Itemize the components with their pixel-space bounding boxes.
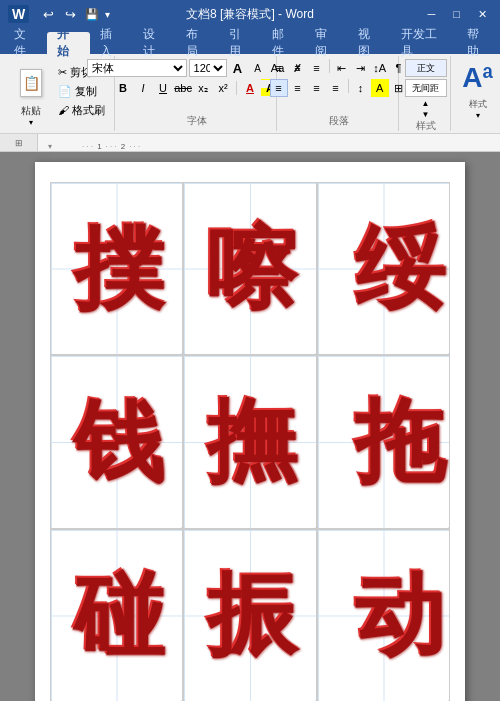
char-5: 撫 xyxy=(206,397,294,487)
font-format-row: B I U abc x₂ x² A A xyxy=(114,79,279,97)
char-cell-5: 撫 xyxy=(183,355,316,528)
italic-button[interactable]: I xyxy=(134,79,152,97)
title-bar: W ↩ ↪ 💾 ▾ 文档8 [兼容模式] - Word ─ □ ✕ xyxy=(0,0,500,28)
editing-label: 样式 xyxy=(469,98,487,111)
char-1: 撲 xyxy=(73,224,161,314)
char-cell-4: 钱 xyxy=(50,355,183,528)
align-center-button[interactable]: ≡ xyxy=(289,79,307,97)
justify-button[interactable]: ≡ xyxy=(327,79,345,97)
char-3: 绥 xyxy=(354,224,442,314)
increase-font-button[interactable]: A xyxy=(229,59,247,77)
tab-mailings[interactable]: 邮件 xyxy=(262,32,305,54)
expand-editing-icon[interactable]: ▾ xyxy=(476,111,480,120)
scroll-down-button[interactable]: ▼ xyxy=(405,110,447,119)
decrease-font-button[interactable]: A xyxy=(249,59,267,77)
char-8: 振 xyxy=(206,570,294,660)
maximize-btn[interactable]: □ xyxy=(448,6,465,22)
close-btn[interactable]: ✕ xyxy=(473,6,492,23)
char-6: 拖 xyxy=(354,397,442,487)
ruler-corner[interactable]: ⊞ xyxy=(0,134,38,152)
no-spacing-style-button[interactable]: 无间距 xyxy=(405,79,447,97)
char-2: 嚓 xyxy=(206,224,294,314)
tab-references[interactable]: 引用 xyxy=(219,32,262,54)
styles-group-label: 样式 xyxy=(416,119,436,133)
show-marks-button[interactable]: ¶ xyxy=(390,59,408,77)
char-9: 动 xyxy=(354,570,442,660)
horizontal-ruler: ⊞ ▾ · · · 1 · · · 2 · · · xyxy=(0,134,500,152)
character-grid: 撲 嚓 绥 钱 撫 拖 碰 振 xyxy=(50,182,450,701)
tab-file[interactable]: 文件 xyxy=(4,32,47,54)
tab-design[interactable]: 设计 xyxy=(133,32,176,54)
font-group-label: 字体 xyxy=(187,114,207,128)
paragraph-group: ≡ ≡ ≡ ⇤ ⇥ ↕A ¶ ≡ ≡ ≡ ≡ ↕ A ⊞ 段落 xyxy=(279,56,399,131)
document-page: 撲 嚓 绥 钱 撫 拖 碰 振 xyxy=(35,162,465,701)
redo-btn[interactable]: ↪ xyxy=(61,5,79,23)
tab-home[interactable]: 开始 xyxy=(47,32,90,54)
font-group: 宋体 120 A A Aa ✗ B I U abc x₂ x² A A 字体 xyxy=(117,56,277,131)
window-controls: ─ □ ✕ xyxy=(423,6,492,23)
line-spacing-button[interactable]: ↕ xyxy=(352,79,370,97)
tab-review[interactable]: 审阅 xyxy=(305,32,348,54)
char-cell-6: 拖 xyxy=(317,355,450,528)
undo-btn[interactable]: ↩ xyxy=(39,5,57,23)
sort-button[interactable]: ↕A xyxy=(371,59,389,77)
tab-insert[interactable]: 插入 xyxy=(90,32,133,54)
paragraph-row1: ≡ ≡ ≡ ⇤ ⇥ ↕A ¶ xyxy=(270,59,408,77)
char-7: 碰 xyxy=(73,570,161,660)
ribbon-toolbar: 📋 粘贴 ▾ ✂ 剪切 📄 复制 🖌 格式刷 剪贴板 宋体 120 A A Aa… xyxy=(0,54,500,134)
align-left-button[interactable]: ≡ xyxy=(270,79,288,97)
format-painter-button[interactable]: 🖌 格式刷 xyxy=(55,102,108,119)
ribbon-tab-bar: 文件 开始 插入 设计 布局 引用 邮件 审阅 视图 开发工具 帮助 xyxy=(0,28,500,54)
styles-group: 正文 无间距 ▲ ▼ 样式 xyxy=(401,56,451,131)
decrease-indent-button[interactable]: ⇤ xyxy=(333,59,351,77)
subscript-button[interactable]: x₂ xyxy=(194,79,212,97)
font-color-button[interactable]: A xyxy=(241,79,259,97)
char-cell-1: 撲 xyxy=(50,182,183,355)
char-4: 钱 xyxy=(73,397,161,487)
scroll-up-button[interactable]: ▲ xyxy=(405,99,447,108)
paragraph-group-label: 段落 xyxy=(329,114,349,128)
styles-button[interactable]: Aª xyxy=(458,60,497,96)
aa-icon: Aª xyxy=(462,64,493,92)
superscript-button[interactable]: x² xyxy=(214,79,232,97)
editing-group: Aª 样式 ▾ xyxy=(453,56,500,131)
styles-list: 正文 无间距 ▲ ▼ xyxy=(405,59,447,119)
underline-button[interactable]: U xyxy=(154,79,172,97)
word-icon: W xyxy=(8,5,29,23)
document-title: 文档8 [兼容模式] - Word xyxy=(186,6,314,23)
border-button[interactable]: ⊞ xyxy=(390,79,408,97)
tab-help[interactable]: 帮助 xyxy=(457,32,500,54)
customize-btn[interactable]: ▾ xyxy=(105,9,110,20)
copy-button[interactable]: 📄 复制 xyxy=(55,83,108,100)
strikethrough-button[interactable]: abc xyxy=(174,79,192,97)
increase-indent-button[interactable]: ⇥ xyxy=(352,59,370,77)
char-cell-3: 绥 xyxy=(317,182,450,355)
ruler-marks: ▾ · · · 1 · · · 2 · · · xyxy=(38,134,140,151)
tab-layout[interactable]: 布局 xyxy=(176,32,219,54)
tab-developer[interactable]: 开发工具 xyxy=(391,32,457,54)
char-cell-7: 碰 xyxy=(50,529,183,701)
save-btn[interactable]: 💾 xyxy=(83,5,101,23)
char-cell-9: 动 xyxy=(317,529,450,701)
bullet-list-button[interactable]: ≡ xyxy=(270,59,288,77)
align-right-button[interactable]: ≡ xyxy=(308,79,326,97)
char-cell-8: 振 xyxy=(183,529,316,701)
char-cell-2: 嚓 xyxy=(183,182,316,355)
numbered-list-button[interactable]: ≡ xyxy=(289,59,307,77)
font-name-select[interactable]: 宋体 xyxy=(87,59,187,77)
title-controls-left: W ↩ ↪ 💾 ▾ xyxy=(8,5,110,23)
multilevel-list-button[interactable]: ≡ xyxy=(308,59,326,77)
shading-button[interactable]: A xyxy=(371,79,389,97)
paragraph-row2: ≡ ≡ ≡ ≡ ↕ A ⊞ xyxy=(270,79,408,97)
minimize-btn[interactable]: ─ xyxy=(423,6,441,22)
tab-view[interactable]: 视图 xyxy=(348,32,391,54)
paste-button[interactable]: 📋 粘贴 ▾ xyxy=(10,60,52,129)
bold-button[interactable]: B xyxy=(114,79,132,97)
document-area: 撲 嚓 绥 钱 撫 拖 碰 振 xyxy=(0,152,500,701)
normal-style-button[interactable]: 正文 xyxy=(405,59,447,77)
font-size-select[interactable]: 120 xyxy=(189,59,227,77)
